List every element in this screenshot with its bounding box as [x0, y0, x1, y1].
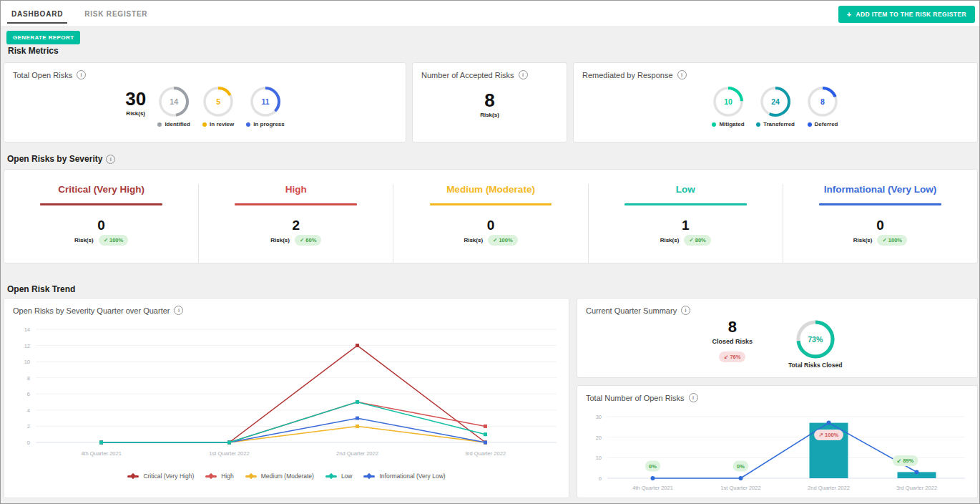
legend-item: Informational (Very Low)	[363, 472, 445, 480]
svg-text:1st Quarter 2022: 1st Quarter 2022	[720, 485, 760, 491]
svg-text:4th Quarter 2021: 4th Quarter 2021	[81, 450, 122, 457]
ring-value: 11	[249, 85, 282, 118]
total-open-risks-value: 30 Risk(s)	[125, 89, 146, 117]
identified-ring: 14Identified	[157, 85, 190, 127]
trend-badge: ✓ 60%	[295, 235, 321, 246]
svg-text:10: 10	[24, 359, 29, 365]
generate-report-button[interactable]: GENERATE REPORT	[6, 31, 80, 44]
info-icon[interactable]: i	[681, 306, 690, 315]
qoq-chart-card: Open Risks by Severity Quarter over Quar…	[4, 298, 569, 498]
svg-text:0: 0	[26, 440, 29, 446]
in-progress-ring: 11In progress	[246, 85, 285, 127]
trend-badge: ↙ 76%	[719, 352, 745, 362]
severity-label: Informational (Very Low)	[824, 184, 937, 195]
open-risks-by-severity-heading: Open Risks by Severity i	[7, 154, 115, 164]
severity-unit: Risk(s)	[464, 237, 483, 243]
svg-text:0%: 0%	[649, 463, 657, 470]
severity-value: 1	[682, 218, 690, 232]
svg-text:4: 4	[26, 407, 29, 414]
donut-percentage: 73%	[795, 319, 836, 359]
severity-underline	[819, 203, 941, 205]
severity-unit: Risk(s)	[660, 237, 680, 243]
transferred-ring: 24Transferred	[756, 85, 795, 127]
severity-value: 2	[293, 218, 300, 232]
svg-text:2nd Quarter 2022: 2nd Quarter 2022	[336, 450, 378, 457]
info-icon[interactable]: i	[174, 306, 183, 315]
card-title: Open Risks by Severity Quarter over Quar…	[13, 306, 170, 315]
severity-col-low: Low 1 Risk(s) ✓ 80%	[589, 184, 783, 263]
ring-legend: In review	[202, 121, 234, 127]
svg-text:14: 14	[24, 326, 29, 333]
svg-text:0%: 0%	[737, 463, 745, 470]
total-risks-closed-donut: 73% Total Risks Closed	[788, 319, 842, 369]
ring-value: 14	[157, 85, 190, 118]
severity-value: 0	[876, 218, 884, 232]
ring-legend: Mitigated	[712, 121, 744, 127]
remediated-by-response-card: Remediated by Response i 10Mitigated 24T…	[573, 62, 978, 142]
svg-text:↙ 89%: ↙ 89%	[896, 457, 913, 464]
ring-value: 10	[712, 85, 745, 118]
severity-value: 0	[97, 218, 105, 232]
trend-badge: ✓ 100%	[99, 235, 129, 246]
svg-text:3rd Quarter 2022: 3rd Quarter 2022	[464, 450, 505, 457]
tab-dashboard[interactable]: DASHBOARD	[1, 1, 74, 26]
ring-legend: Identified	[157, 121, 190, 127]
severity-card: Critical (Very High) 0 Risk(s) ✓ 100% Hi…	[4, 169, 978, 263]
severity-label: Low	[676, 184, 695, 195]
total-open-risks-chart-card: Total Number of Open Risks i 01020304th …	[577, 385, 978, 498]
card-title: Total Open Risks	[13, 71, 72, 79]
svg-text:1st Quarter 2022: 1st Quarter 2022	[209, 450, 249, 457]
tab-risk-register[interactable]: RISK REGISTER	[74, 1, 158, 26]
card-title: Total Number of Open Risks	[586, 394, 685, 402]
svg-text:2: 2	[26, 423, 29, 430]
svg-text:12: 12	[24, 343, 29, 349]
current-quarter-summary-card: Current Quarter Summary i 8 Closed Risks…	[577, 298, 978, 378]
legend-item: Critical (Very High)	[127, 472, 194, 480]
svg-text:10: 10	[595, 455, 601, 461]
legend-item: Low	[325, 472, 353, 480]
info-icon[interactable]: i	[106, 155, 115, 164]
ring-legend: Transferred	[756, 121, 795, 127]
severity-underline	[40, 203, 162, 205]
accepted-risks-value: 8 Risk(s)	[413, 91, 567, 118]
chart-legend: Critical (Very High)HighMedium (Moderate…	[4, 472, 569, 480]
card-title: Remediated by Response	[582, 71, 673, 79]
svg-text:0: 0	[598, 475, 601, 482]
svg-text:↗ 100%: ↗ 100%	[818, 432, 838, 438]
open-risk-trend-heading: Open Risk Trend	[7, 284, 75, 294]
ring-legend: In progress	[246, 121, 285, 127]
closed-risks-block: 8 Closed Risks ↙ 76%	[712, 319, 753, 362]
severity-col-medium: Medium (Moderate) 0 Risk(s) ✓ 100%	[393, 184, 588, 263]
severity-label: Medium (Moderate)	[446, 184, 535, 195]
ring-value: 8	[806, 85, 839, 118]
svg-text:3rd Quarter 2022: 3rd Quarter 2022	[896, 485, 936, 491]
svg-text:2nd Quarter 2022: 2nd Quarter 2022	[808, 485, 850, 491]
in-review-ring: 5In review	[202, 85, 235, 127]
svg-text:4th Quarter 2021: 4th Quarter 2021	[632, 485, 673, 491]
info-icon[interactable]: i	[519, 70, 528, 79]
mitigated-ring: 10Mitigated	[712, 85, 745, 127]
risk-metrics-heading: Risk Metrics	[8, 46, 59, 56]
ring-value: 5	[202, 85, 235, 118]
legend-item: Medium (Moderate)	[245, 472, 314, 480]
info-icon[interactable]: i	[77, 70, 86, 79]
ring-legend: Deferred	[808, 121, 838, 127]
severity-col-high: High 2 Risk(s) ✓ 60%	[199, 184, 393, 263]
qoq-line-chart: 024681012144th Quarter 20211st Quarter 2…	[11, 321, 562, 467]
severity-label: Critical (Very High)	[58, 184, 144, 195]
add-item-label: ADD ITEM TO THE RISK REGISTER	[856, 11, 966, 18]
severity-underline	[430, 203, 552, 205]
card-title: Current Quarter Summary	[586, 306, 677, 315]
add-item-to-risk-register-button[interactable]: + ADD ITEM TO THE RISK REGISTER	[838, 6, 975, 23]
total-open-bar-chart: 01020304th Quarter 20211st Quarter 20222…	[584, 407, 971, 497]
accepted-risks-card: Number of Accepted Risks i 8 Risk(s)	[412, 62, 567, 142]
risk-dashboard-app: DASHBOARD RISK REGISTER + ADD ITEM TO TH…	[0, 0, 980, 504]
severity-unit: Risk(s)	[853, 237, 873, 243]
legend-item: High	[205, 472, 233, 480]
svg-text:30: 30	[595, 414, 601, 420]
svg-text:8: 8	[26, 375, 29, 382]
severity-value: 0	[487, 218, 495, 232]
info-icon[interactable]: i	[677, 70, 687, 79]
info-icon[interactable]: i	[689, 393, 698, 402]
plus-icon: +	[847, 11, 852, 17]
